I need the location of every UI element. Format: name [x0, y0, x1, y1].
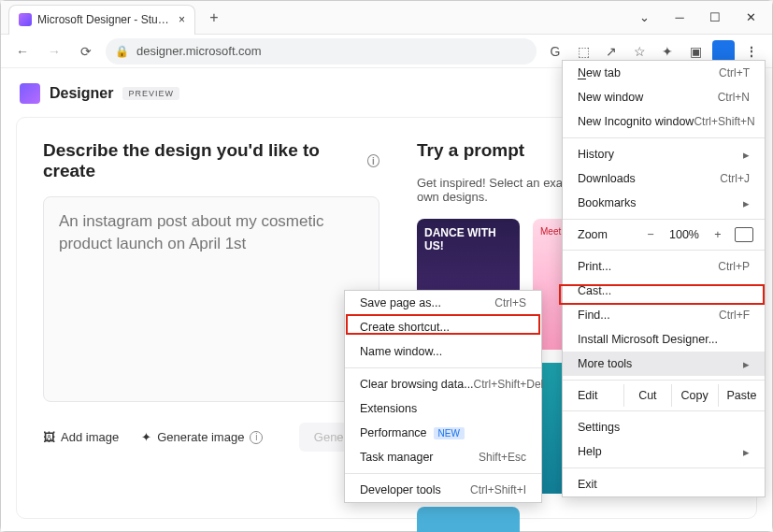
maximize-button[interactable]: ☐ — [699, 5, 731, 31]
description-input[interactable] — [43, 196, 379, 402]
add-image-button[interactable]: 🖼 Add image — [43, 430, 119, 444]
menu-more-tools[interactable]: More tools▸ — [563, 352, 765, 376]
menu-new-tab[interactable]: New tabCtrl+T — [563, 61, 765, 85]
minimize-button[interactable]: ─ — [664, 5, 695, 31]
menu-history[interactable]: History▸ — [563, 142, 765, 166]
tab-title: Microsoft Designer - Stunning d — [37, 13, 173, 26]
submenu-performance[interactable]: Performance NEW — [345, 421, 541, 445]
toolbar-icons: G ⬚ ↗ ☆ ✦ ▣ ⋮ — [544, 40, 763, 63]
menu-edit-row: Edit Cut Copy Paste — [563, 384, 765, 407]
submenu-developer-tools[interactable]: Developer toolsCtrl+Shift+I — [345, 478, 541, 502]
browser-tab[interactable]: Microsoft Designer - Stunning d × — [8, 5, 195, 35]
submenu-clear-data[interactable]: Clear browsing data...Ctrl+Shift+Del — [345, 372, 541, 396]
google-icon[interactable]: G — [544, 40, 566, 63]
menu-zoom: Zoom − 100% + — [563, 223, 765, 246]
menu-print[interactable]: Print...Ctrl+P — [563, 254, 765, 279]
forward-button[interactable]: → — [42, 39, 66, 64]
new-tab-button[interactable]: + — [201, 5, 227, 31]
menu-new-window[interactable]: New windowCtrl+N — [563, 85, 765, 109]
menu-find[interactable]: Find...Ctrl+F — [563, 303, 765, 327]
panel-icon[interactable]: ▣ — [684, 40, 707, 63]
window-controls: ⌄ ─ ☐ ✕ — [628, 5, 772, 31]
menu-exit[interactable]: Exit — [563, 472, 765, 496]
chrome-main-menu: New tabCtrl+T New windowCtrl+N New Incog… — [562, 60, 766, 497]
menu-help[interactable]: Help▸ — [563, 439, 765, 464]
menu-button[interactable]: ⋮ — [740, 40, 763, 63]
share-icon[interactable]: ↗ — [600, 40, 623, 63]
menu-paste[interactable]: Paste — [719, 384, 765, 407]
menu-edit-label: Edit — [563, 384, 624, 407]
submenu-name-window[interactable]: Name window... — [345, 339, 541, 364]
install-icon[interactable]: ⬚ — [572, 40, 594, 63]
info-icon[interactable]: i — [250, 431, 263, 444]
menu-settings[interactable]: Settings — [563, 415, 765, 439]
submenu-save-page[interactable]: Save page as...Ctrl+S — [345, 291, 541, 315]
menu-new-incognito[interactable]: New Incognito windowCtrl+Shift+N — [563, 109, 765, 134]
submenu-extensions[interactable]: Extensions — [345, 396, 541, 421]
menu-cut[interactable]: Cut — [624, 384, 671, 407]
preview-badge: PREVIEW — [122, 87, 179, 100]
lock-icon: 🔒 — [115, 45, 129, 58]
close-window-button[interactable]: ✕ — [735, 5, 766, 31]
app-name: Designer — [50, 85, 113, 102]
extensions-icon[interactable]: ✦ — [656, 40, 679, 63]
close-tab-icon[interactable]: × — [179, 13, 185, 26]
describe-heading: Describe the design you'd like to create… — [43, 140, 379, 181]
zoom-out-button[interactable]: − — [641, 228, 660, 241]
zoom-in-button[interactable]: + — [709, 228, 727, 241]
reload-button[interactable]: ⟳ — [74, 39, 98, 64]
generate-image-button[interactable]: ✦ Generate image i — [141, 430, 263, 444]
submenu-create-shortcut[interactable]: Create shortcut... — [345, 315, 541, 339]
titlebar: Microsoft Designer - Stunning d × + ⌄ ─ … — [1, 1, 772, 35]
designer-logo — [20, 83, 40, 104]
favicon — [19, 13, 32, 26]
prompt-card[interactable] — [417, 507, 520, 532]
describe-section: Describe the design you'd like to create… — [43, 140, 379, 496]
url-input[interactable]: 🔒 designer.microsoft.com — [106, 38, 537, 65]
menu-bookmarks[interactable]: Bookmarks▸ — [563, 191, 765, 215]
menu-install[interactable]: Install Microsoft Designer... — [563, 327, 765, 352]
fullscreen-button[interactable] — [735, 227, 753, 242]
menu-cast[interactable]: Cast... — [563, 279, 765, 303]
menu-copy[interactable]: Copy — [672, 384, 719, 407]
action-row: 🖼 Add image ✦ Generate image i Generate — [43, 423, 379, 452]
sparkle-icon: ✦ — [141, 430, 151, 444]
zoom-value: 100% — [667, 228, 701, 241]
image-icon: 🖼 — [43, 430, 55, 444]
menu-downloads[interactable]: DownloadsCtrl+J — [563, 166, 765, 191]
more-tools-submenu: Save page as...Ctrl+S Create shortcut...… — [344, 290, 542, 503]
info-icon[interactable]: i — [367, 154, 379, 167]
profile-avatar[interactable] — [712, 40, 735, 63]
url-text: designer.microsoft.com — [136, 44, 262, 58]
star-icon[interactable]: ☆ — [628, 40, 651, 63]
chevron-down-icon[interactable]: ⌄ — [628, 5, 660, 31]
back-button[interactable]: ← — [10, 39, 35, 64]
submenu-task-manager[interactable]: Task managerShift+Esc — [345, 445, 541, 469]
